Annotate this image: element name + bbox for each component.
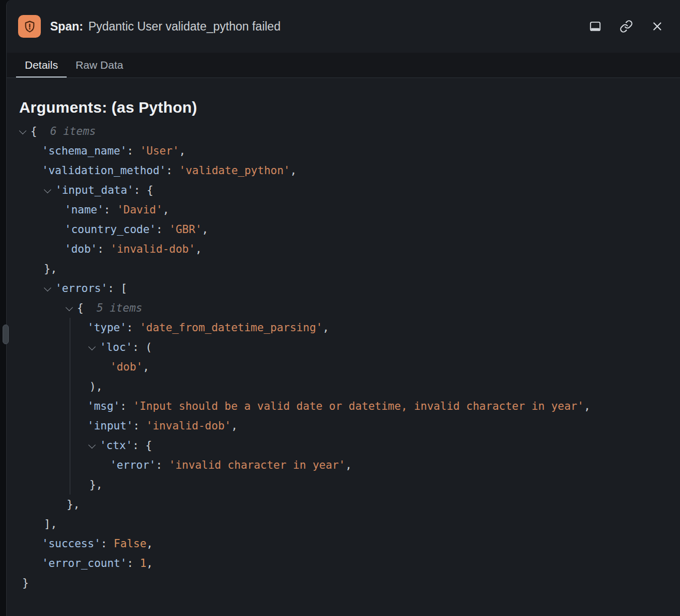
collapse-chevron-icon[interactable] <box>88 343 96 350</box>
collapse-chevron-icon[interactable] <box>19 127 26 134</box>
code-token-punc: }, <box>44 263 57 275</box>
code-line: { 5 items <box>7 298 680 318</box>
code-token-key: 'type' <box>87 321 127 334</box>
collapse-chevron-icon[interactable] <box>66 304 73 311</box>
code-token-str: 'User' <box>140 145 179 157</box>
collapse-chevron-icon[interactable] <box>88 441 96 449</box>
collapse-chevron-icon[interactable] <box>44 186 51 193</box>
code-token-punc: : ( <box>132 341 152 353</box>
code-token-const: 1 <box>140 557 147 569</box>
code-tree: { 6 items'schema_name': 'User','validati… <box>7 121 680 593</box>
code-token-key: 'msg' <box>87 400 120 412</box>
code-token-str: 'David' <box>117 204 163 216</box>
code-token-str: 'invalid character in year' <box>169 459 345 471</box>
code-token-punc: : <box>104 204 117 216</box>
code-token-punc: : <box>127 321 140 334</box>
code-token-str: 'invalid-dob' <box>146 420 231 432</box>
code-token-punc: , <box>179 145 186 157</box>
code-token-punc: : <box>127 557 140 569</box>
copy-link-button[interactable] <box>618 18 635 35</box>
code-line: 'error_count': 1, <box>7 553 680 573</box>
code-token-punc: , <box>146 557 153 569</box>
code-token-meta: 6 items <box>50 125 96 137</box>
code-token-str: 'Input should be a valid date or datetim… <box>133 400 584 412</box>
code-token-punc: : { <box>134 184 153 196</box>
code-line: 'schema_name': 'User', <box>7 141 680 161</box>
code-token-punc: ], <box>44 518 57 530</box>
code-token-key: 'country_code' <box>65 223 156 236</box>
code-line: ], <box>7 514 680 534</box>
code-line: }, <box>7 475 680 495</box>
code-token-str: 'invalid-dob' <box>111 243 195 255</box>
collapse-chevron-icon[interactable] <box>44 284 51 291</box>
code-token-key: 'validation_method' <box>42 164 166 177</box>
tab-bar: Details Raw Data <box>7 53 680 78</box>
code-token-punc: : { <box>132 439 152 452</box>
code-token-punc: , <box>231 420 238 432</box>
code-line: 'validation_method': 'validate_python', <box>7 161 680 180</box>
code-token-punc: { <box>77 302 97 314</box>
code-line: 'dob', <box>7 357 680 377</box>
panel-header: Span:Pydantic User validate_python faile… <box>7 0 680 53</box>
span-level-badge <box>18 15 41 38</box>
code-token-key: 'ctx' <box>100 439 132 452</box>
code-token-punc: , <box>290 164 297 177</box>
code-token-key: 'success' <box>42 537 101 550</box>
code-token-key: 'dob' <box>65 243 97 255</box>
code-line: { 6 items <box>7 121 680 141</box>
details-content: Arguments: (as Python) { 6 items'schema_… <box>7 78 680 593</box>
panel-resize-handle[interactable] <box>3 325 9 344</box>
title-label: Span: <box>50 20 83 33</box>
code-line: 'ctx': { <box>7 436 680 455</box>
code-line: 'name': 'David', <box>7 200 680 220</box>
code-token-punc: , <box>146 537 153 550</box>
code-token-punc: , <box>163 204 169 216</box>
code-token-key: 'input' <box>87 420 133 432</box>
code-token-const: False <box>114 537 146 550</box>
code-line: 'error': 'invalid character in year', <box>7 455 680 475</box>
code-token-key: 'input_data' <box>55 184 134 196</box>
code-line: 'dob': 'invalid-dob', <box>7 239 680 259</box>
title-text: Pydantic User validate_python failed <box>88 20 281 33</box>
span-detail-panel: Span:Pydantic User validate_python faile… <box>6 0 680 616</box>
code-token-punc: : <box>166 164 179 177</box>
code-token-punc: : <box>127 145 140 157</box>
code-token-str: 'GBR' <box>169 223 202 236</box>
code-line: 'loc': ( <box>7 337 680 357</box>
code-token-punc: : [ <box>107 282 127 295</box>
code-token-punc: : <box>156 223 169 236</box>
shield-alert-icon <box>23 20 37 34</box>
code-line: 'errors': [ <box>7 279 680 298</box>
code-token-punc: : <box>97 243 110 255</box>
code-token-punc: : <box>120 400 133 412</box>
header-actions <box>587 18 666 35</box>
code-token-punc: : <box>156 459 169 471</box>
code-token-punc: } <box>22 577 29 589</box>
dock-panel-button[interactable] <box>587 18 604 35</box>
link-icon <box>620 20 633 33</box>
code-token-meta: 5 items <box>97 302 143 314</box>
code-token-str: 'validate_python' <box>179 164 290 177</box>
code-token-key: 'loc' <box>100 341 132 353</box>
close-icon <box>651 20 664 33</box>
dock-bottom-icon <box>589 20 602 33</box>
code-token-str: 'dob' <box>110 361 143 373</box>
close-button[interactable] <box>649 18 666 35</box>
code-token-key: 'error_count' <box>42 557 127 569</box>
code-token-punc: , <box>584 400 591 412</box>
code-line: 'msg': 'Input should be a valid date or … <box>7 396 680 416</box>
code-line: }, <box>7 259 680 279</box>
code-token-punc: , <box>143 361 149 373</box>
code-token-punc: , <box>202 223 209 236</box>
code-line: 'type': 'date_from_datetime_parsing', <box>7 318 680 337</box>
code-line: 'success': False, <box>7 534 680 553</box>
tab-details[interactable]: Details <box>16 53 67 78</box>
code-token-punc: , <box>195 243 202 255</box>
tab-raw-data[interactable]: Raw Data <box>67 53 132 78</box>
arguments-heading: Arguments: (as Python) <box>19 99 680 116</box>
code-line: }, <box>7 495 680 514</box>
code-line: } <box>7 573 680 593</box>
code-token-punc: }, <box>67 498 80 511</box>
code-token-punc: , <box>322 321 329 334</box>
code-token-punc: }, <box>89 479 102 491</box>
